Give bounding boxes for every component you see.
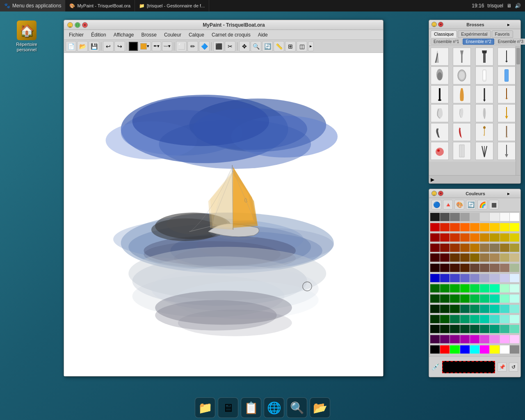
color-swatch-item[interactable]: [450, 253, 459, 262]
redo-button[interactable]: ↪: [114, 41, 125, 52]
color-swatch-item[interactable]: [480, 274, 489, 282]
color-swatch-item[interactable]: [430, 325, 440, 333]
color-swatch-item[interactable]: [440, 223, 450, 231]
save-color-button[interactable]: 📌: [498, 363, 507, 372]
tab-experimental[interactable]: Expérimental: [458, 30, 491, 38]
color-swatch-item[interactable]: [510, 274, 519, 282]
brush-item[interactable]: [498, 48, 516, 66]
color-swatch-item[interactable]: [460, 253, 470, 262]
layer-button[interactable]: ◫: [297, 41, 307, 52]
colors-titlebar[interactable]: _ × Couleurs ▸: [429, 189, 520, 198]
undo-button[interactable]: ↩: [103, 41, 114, 52]
brushes-close[interactable]: ×: [438, 22, 443, 27]
color-swatch-item[interactable]: [430, 223, 440, 231]
set-2-button[interactable]: Ensemble n°2: [463, 39, 494, 45]
grid-button[interactable]: ⊞: [285, 41, 296, 52]
color-swatch-item[interactable]: [490, 325, 499, 333]
brush-item[interactable]: [498, 66, 516, 84]
color-swatch-item[interactable]: [510, 284, 519, 292]
color-swatch-item[interactable]: [480, 253, 489, 262]
color-swatch-item[interactable]: [500, 233, 509, 242]
brush-item[interactable]: [431, 123, 449, 141]
color-swatch-item[interactable]: [490, 264, 499, 272]
color-swatch-item[interactable]: [480, 284, 489, 292]
eraser-button[interactable]: ⬜: [176, 41, 187, 52]
color-swatch-item[interactable]: [470, 345, 479, 354]
brush-item[interactable]: [498, 123, 516, 141]
color-swatch-item[interactable]: [450, 274, 459, 282]
brushes-scrollbar-thumb[interactable]: [516, 48, 520, 64]
color-swatch-item[interactable]: [500, 213, 509, 221]
brush-item[interactable]: [431, 48, 449, 66]
brush-item[interactable]: [475, 104, 493, 122]
color-swatch-item[interactable]: [450, 244, 459, 252]
transform-button[interactable]: ✂: [225, 41, 235, 52]
brushes-expand-button[interactable]: ▶: [429, 175, 520, 183]
stamp-button[interactable]: 🔷: [199, 41, 210, 52]
color-swatch-item[interactable]: [490, 315, 499, 323]
color-swatch-item[interactable]: [470, 274, 479, 282]
color-swatch-item[interactable]: [450, 345, 459, 354]
color-mixer-button[interactable]: 🔄: [466, 200, 476, 210]
color-triangle-button[interactable]: 🔺: [443, 200, 453, 210]
color-swatch-item[interactable]: [490, 233, 499, 242]
color-swatch-item[interactable]: [430, 274, 440, 282]
color-swatch-item[interactable]: [500, 253, 509, 262]
color-swatch-item[interactable]: [490, 223, 499, 231]
color-swatch-item[interactable]: [460, 233, 470, 242]
color-harmony-button[interactable]: 🎨: [454, 200, 464, 210]
color-swatch-item[interactable]: [470, 253, 479, 262]
color-swatch-item[interactable]: [510, 294, 519, 303]
minimize-button[interactable]: _: [67, 22, 73, 28]
color-swatch-item[interactable]: [450, 315, 459, 323]
color-swatch-item[interactable]: [480, 325, 489, 333]
close-button[interactable]: ×: [82, 22, 88, 28]
taskbar-task-mypaint[interactable]: 🎨 MyPaint - TrisquelBoat.ora: [65, 0, 135, 11]
mypaint-titlebar[interactable]: _ □ × MyPaint - TrisquelBoat.ora: [64, 20, 383, 30]
color-swatch-item[interactable]: [430, 233, 440, 242]
color-wheel-button[interactable]: 🔵: [431, 200, 441, 210]
color-swatch-item[interactable]: [430, 335, 440, 343]
color-swatch-item[interactable]: [500, 315, 509, 323]
color-swatch-item[interactable]: [490, 345, 499, 354]
color-swatch-item[interactable]: [440, 264, 450, 272]
color-swatch-item[interactable]: [460, 345, 470, 354]
menu-brosse[interactable]: Brosse: [138, 31, 160, 39]
maximize-button[interactable]: □: [75, 22, 80, 28]
color-swatch-item[interactable]: [510, 213, 519, 221]
color-swatch-item[interactable]: [460, 294, 470, 303]
brush-item[interactable]: [475, 48, 493, 66]
mypaint-canvas[interactable]: [64, 53, 383, 376]
color-swatch-item[interactable]: [450, 264, 459, 272]
brush-item[interactable]: [498, 104, 516, 122]
color-swatch-item[interactable]: [440, 315, 450, 323]
color-swatch-item[interactable]: [430, 345, 440, 354]
color-swatch-item[interactable]: [500, 274, 509, 282]
color-swatch-item[interactable]: [450, 335, 459, 343]
menu-couleur[interactable]: Couleur: [161, 31, 185, 39]
brush-item[interactable]: [453, 123, 471, 141]
color-swatch-item[interactable]: [460, 284, 470, 292]
color-swatch-item[interactable]: [500, 294, 509, 303]
menu-aide[interactable]: Aide: [255, 31, 271, 39]
color-swatch-item[interactable]: [440, 274, 450, 282]
color-swatch-item[interactable]: [460, 244, 470, 252]
pen-button[interactable]: ✏: [187, 41, 198, 52]
color-swatch-item[interactable]: [450, 305, 459, 313]
color-swatch-item[interactable]: [430, 244, 440, 252]
color-swatch-item[interactable]: [490, 213, 499, 221]
color-swatch-item[interactable]: [510, 315, 519, 323]
color-swatch-item[interactable]: [510, 244, 519, 252]
brush-item[interactable]: [453, 48, 471, 66]
brushes-titlebar[interactable]: _ × Brosses ▸: [429, 20, 520, 29]
color-swatch-item[interactable]: [440, 213, 450, 221]
color-swatch-item[interactable]: [490, 253, 499, 262]
color-swatch-item[interactable]: [440, 335, 450, 343]
color-swatch-item[interactable]: [500, 335, 509, 343]
brush-item[interactable]: [453, 104, 471, 122]
color-swatch-item[interactable]: [470, 213, 479, 221]
color-swatch-item[interactable]: [470, 233, 479, 242]
app-menu-button[interactable]: 🐾 Menu des applications: [0, 0, 65, 11]
set-3-button[interactable]: Ensemble n°3: [495, 39, 525, 45]
color-swatch-item[interactable]: [470, 244, 479, 252]
